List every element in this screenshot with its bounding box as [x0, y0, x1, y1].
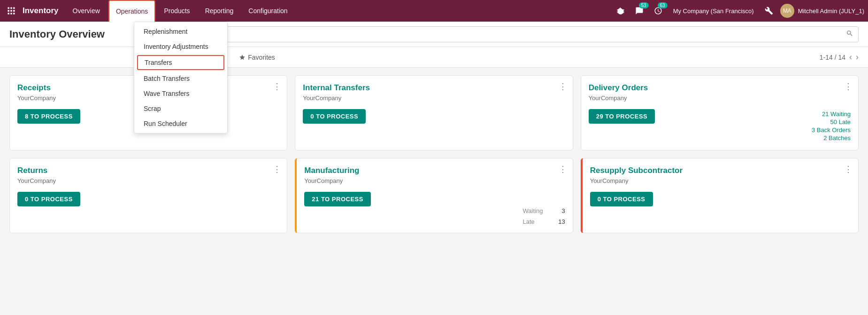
card-resupply-subcontractor-title[interactable]: Resupply Subcontractor [590, 166, 851, 175]
stat-waiting[interactable]: 21 Waiting [812, 110, 851, 118]
nav-operations[interactable]: Operations [108, 0, 155, 22]
stat-late-label: Late [523, 218, 535, 225]
card-delivery-orders-btn[interactable]: 29 TO PROCESS [589, 109, 655, 124]
search-input[interactable] [152, 31, 846, 38]
card-manufacturing-menu[interactable]: ⋮ [559, 164, 567, 174]
card-internal-transfers-company: YourCompany [303, 94, 565, 102]
company-name[interactable]: My Company (San Francisco) [673, 8, 754, 15]
card-returns-btn[interactable]: 0 TO PROCESS [17, 192, 80, 206]
toolbar: Filters Group By Favorites 1-14 / 14 ‹ › [0, 47, 868, 68]
dropdown-batch-transfers[interactable]: Batch Transfers [134, 71, 227, 86]
dropdown-transfers[interactable]: Transfers [137, 55, 224, 70]
stat-late[interactable]: 50 Late [812, 118, 851, 126]
card-manufacturing-stats: Waiting 3 Late 13 [523, 204, 565, 225]
chat-badge: 53 [639, 2, 649, 8]
card-delivery-orders: ⋮ Delivery Orders YourCompany 29 TO PROC… [581, 75, 859, 150]
search-bar [146, 26, 859, 42]
pagination: 1-14 / 14 ‹ › [820, 52, 859, 62]
card-receipts-menu[interactable]: ⋮ [273, 81, 281, 92]
card-manufacturing-btn[interactable]: 21 TO PROCESS [304, 192, 371, 206]
apps-grid-icon[interactable] [4, 3, 19, 18]
app-title[interactable]: Inventory [23, 6, 59, 16]
card-returns-menu[interactable]: ⋮ [273, 164, 281, 174]
next-page-button[interactable]: › [856, 52, 859, 62]
pagination-text: 1-14 / 14 [820, 54, 845, 61]
nav-right-section: 53 63 My Company (San Francisco) MA Mitc… [613, 3, 864, 18]
card-internal-transfers: ⋮ Internal Transfers YourCompany 0 TO PR… [295, 75, 573, 150]
card-resupply-subcontractor-menu[interactable]: ⋮ [844, 164, 853, 174]
card-internal-transfers-title[interactable]: Internal Transfers [303, 83, 565, 93]
stat-waiting-label: Waiting [523, 207, 543, 214]
dropdown-inventory-adjustments[interactable]: Inventory Adjustments [134, 39, 227, 54]
card-returns-company: YourCompany [17, 177, 279, 184]
cards-grid: ⋮ Receipts YourCompany 8 TO PROCESS ⋮ In… [0, 68, 868, 315]
nav-products[interactable]: Products [157, 0, 196, 22]
card-manufacturing-title[interactable]: Manufacturing [304, 166, 565, 175]
dropdown-replenishment[interactable]: Replenishment [134, 24, 227, 39]
favorites-button[interactable]: Favorites [234, 52, 280, 63]
stat-late-value: 13 [558, 218, 565, 225]
subheader: Inventory Overview [0, 22, 868, 47]
stat-waiting-value: 3 [561, 207, 565, 214]
avatar[interactable]: MA [780, 4, 794, 18]
card-manufacturing-company: YourCompany [304, 177, 565, 184]
card-manufacturing: ⋮ Manufacturing YourCompany 21 TO PROCES… [295, 158, 573, 233]
card-internal-transfers-btn[interactable]: 0 TO PROCESS [303, 109, 366, 124]
stat-back-orders[interactable]: 3 Back Orders [812, 126, 851, 134]
chat-icon-btn[interactable]: 53 [632, 3, 647, 18]
prev-page-button[interactable]: ‹ [849, 52, 852, 62]
card-delivery-orders-title[interactable]: Delivery Orders [589, 83, 851, 93]
card-resupply-subcontractor: ⋮ Resupply Subcontractor YourCompany 0 T… [581, 158, 859, 233]
user-name[interactable]: Mitchell Admin (JULY_1) [798, 8, 864, 15]
dropdown-run-scheduler[interactable]: Run Scheduler [134, 116, 227, 131]
stat-batches[interactable]: 2 Batches [812, 134, 851, 142]
nav-reporting[interactable]: Reporting [199, 0, 240, 22]
card-resupply-subcontractor-btn[interactable]: 0 TO PROCESS [590, 192, 653, 206]
operations-dropdown: Replenishment Inventory Adjustments Tran… [134, 22, 228, 134]
activity-badge: 63 [658, 2, 668, 8]
card-internal-transfers-menu[interactable]: ⋮ [559, 81, 567, 92]
card-delivery-orders-menu[interactable]: ⋮ [844, 81, 853, 92]
bug-icon-btn[interactable] [613, 3, 628, 18]
page-title: Inventory Overview [9, 28, 141, 40]
card-receipts-btn[interactable]: 8 TO PROCESS [17, 109, 80, 124]
stat-row-waiting: Waiting 3 [523, 207, 565, 214]
stat-row-late: Late 13 [523, 218, 565, 225]
dropdown-scrap[interactable]: Scrap [134, 101, 227, 116]
card-resupply-subcontractor-company: YourCompany [590, 177, 851, 184]
dropdown-wave-transfers[interactable]: Wave Transfers [134, 86, 227, 101]
card-returns: ⋮ Returns YourCompany 0 TO PROCESS [9, 158, 287, 233]
settings-icon-btn[interactable] [761, 3, 776, 18]
activity-icon-btn[interactable]: 63 [651, 3, 666, 18]
nav-configuration[interactable]: Configuration [242, 0, 294, 22]
nav-overview[interactable]: Overview [66, 0, 107, 22]
top-navigation: Inventory Overview Operations Products R… [0, 0, 868, 22]
card-returns-title[interactable]: Returns [17, 166, 279, 175]
search-icon[interactable] [846, 30, 853, 39]
card-delivery-orders-company: YourCompany [589, 94, 851, 102]
main-content: ⋮ Receipts YourCompany 8 TO PROCESS ⋮ In… [0, 68, 868, 315]
favorites-label: Favorites [248, 54, 275, 61]
card-delivery-orders-stats: 21 Waiting 50 Late 3 Back Orders 2 Batch… [812, 110, 851, 142]
